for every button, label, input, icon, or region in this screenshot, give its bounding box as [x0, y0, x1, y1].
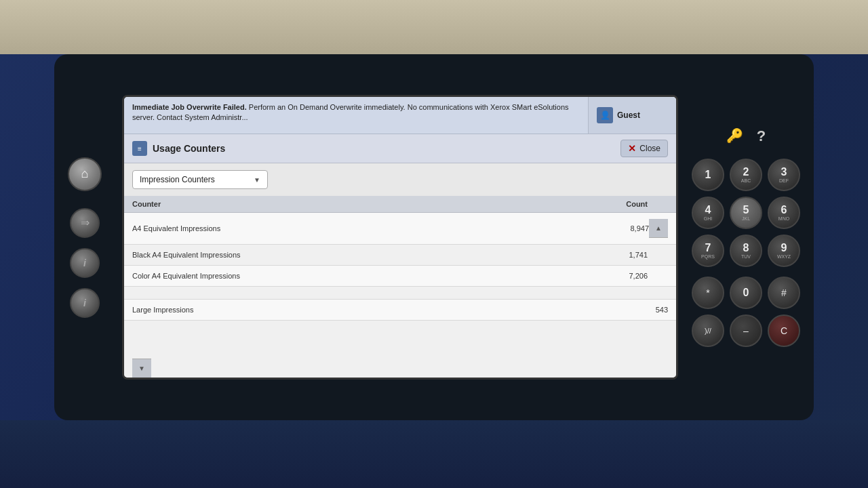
row-count: 8,947 [595, 224, 649, 232]
scroll-down-icon: ▼ [138, 365, 145, 372]
key-clear[interactable]: C [768, 314, 800, 347]
table-rows: A4 Equivalent Impressions 8,947 ▲ Black … [124, 213, 676, 378]
key-hash-symbol: # [781, 287, 787, 298]
scroll-up-button[interactable]: ▲ [649, 219, 668, 238]
usage-header: ≡ Usage Counters ✕ Close [124, 134, 676, 163]
key-1-number: 1 [705, 169, 711, 180]
guest-label: Guest [617, 110, 640, 120]
impression-counters-dropdown[interactable]: Impression Counters ▼ [132, 170, 268, 189]
row-count: 1,741 [593, 251, 648, 259]
key-minus[interactable]: – [730, 314, 762, 347]
key-8-number: 8 [743, 243, 749, 253]
table-header: Counter Count [124, 196, 676, 213]
row-name: Large Impressions [132, 306, 614, 314]
key-8-letters: TUV [741, 254, 751, 259]
key-6[interactable]: 6 MNO [768, 197, 800, 229]
help-icon[interactable]: ? [757, 127, 766, 145]
key-4-number: 4 [705, 205, 711, 216]
scroll-up-icon: ▲ [655, 224, 662, 232]
bottom-keys: * 0 # )// – C [692, 277, 800, 347]
usage-icon-inner: ≡ [138, 145, 142, 152]
key-3-letters: DEF [779, 178, 789, 183]
row-count: 543 [614, 306, 668, 314]
keypad: 1 2 ABC 3 DEF 4 GHI 5 JKL [692, 159, 800, 267]
key-paren-symbol: )// [705, 327, 711, 335]
close-button[interactable]: ✕ Close [620, 140, 668, 157]
row-count: 7,206 [593, 272, 648, 280]
key-4-letters: GHI [704, 216, 712, 221]
table-row: Large Impressions 543 ▼ [124, 300, 676, 321]
usage-title: Usage Counters [153, 143, 225, 154]
key-0[interactable]: 0 [730, 277, 762, 309]
key-7[interactable]: 7 PQRS [692, 235, 724, 267]
table-area: Counter Count A4 Equivalent Impressions … [124, 196, 676, 378]
scroll-down-button[interactable]: ▼ [132, 359, 151, 378]
control-panel: ⌂ ⇒ i i Immediate Job Overwrite Failed. … [54, 54, 814, 420]
top-bezel [0, 0, 868, 54]
key-icon[interactable]: 🔑 [726, 127, 743, 145]
key-6-number: 6 [781, 205, 787, 216]
left-buttons: ⌂ ⇒ i i [68, 157, 102, 318]
table-row [124, 287, 676, 300]
key-2-number: 2 [743, 167, 749, 178]
guest-icon-inner: 👤 [600, 110, 610, 120]
notification-bar: Immediate Job Overwrite Failed. Perform … [124, 97, 676, 134]
row-name: A4 Equivalent Impressions [132, 224, 595, 232]
guest-area: 👤 Guest [588, 97, 676, 134]
table-row: A4 Equivalent Impressions 8,947 ▲ [124, 213, 676, 245]
key-1[interactable]: 1 [692, 159, 724, 191]
dropdown-selected-text: Impression Counters [140, 175, 215, 184]
key-minus-symbol: – [743, 325, 749, 336]
key-3-number: 3 [781, 167, 787, 178]
screen-wrapper: Immediate Job Overwrite Failed. Perform … [122, 95, 678, 380]
guest-icon: 👤 [597, 107, 613, 123]
row-name: Black A4 Equivalent Impressions [132, 251, 593, 259]
key-7-number: 7 [705, 243, 711, 253]
key-5[interactable]: 5 JKL [730, 197, 762, 229]
key-7-letters: PQRS [701, 254, 715, 259]
key-star-symbol: * [706, 287, 709, 298]
key-hash[interactable]: # [768, 277, 800, 309]
key-9[interactable]: 9 WXYZ [768, 235, 800, 267]
home-icon: ⌂ [81, 167, 89, 181]
key-2-letters: ABC [741, 178, 751, 183]
key-paren[interactable]: )// [692, 314, 724, 347]
notification-text: Immediate Job Overwrite Failed. Perform … [124, 97, 588, 134]
key-9-letters: WXYZ [777, 254, 791, 259]
info-icon-2: i [83, 298, 86, 308]
info-icon-1: i [83, 258, 86, 268]
key-3[interactable]: 3 DEF [768, 159, 800, 191]
key-2[interactable]: 2 ABC [730, 159, 762, 191]
right-panel: 🔑 ? 1 2 ABC 3 DEF 4 GHI [692, 127, 800, 347]
screen: Immediate Job Overwrite Failed. Perform … [124, 97, 676, 378]
key-clear-symbol: C [781, 325, 787, 336]
key-9-number: 9 [781, 243, 787, 253]
dropdown-area: Impression Counters ▼ [124, 163, 676, 196]
col-count-header: Count [593, 200, 648, 208]
copy-button[interactable]: ⇒ [70, 208, 100, 238]
usage-icon: ≡ [132, 141, 147, 156]
table-row: Color A4 Equivalent Impressions 7,206 [124, 266, 676, 287]
info-button-1[interactable]: i [70, 248, 100, 278]
col-counter-header: Counter [132, 200, 593, 208]
close-x-icon: ✕ [628, 143, 636, 154]
printer-body: ⌂ ⇒ i i Immediate Job Overwrite Failed. … [0, 0, 868, 488]
table-row: Black A4 Equivalent Impressions 1,741 [124, 245, 676, 266]
key-5-letters: JKL [742, 216, 750, 221]
copy-icon: ⇒ [81, 216, 90, 229]
bottom-strip [0, 420, 868, 488]
row-name: Color A4 Equivalent Impressions [132, 272, 593, 280]
key-star[interactable]: * [692, 277, 724, 309]
key-5-number: 5 [743, 205, 749, 216]
usage-title-area: ≡ Usage Counters [132, 141, 225, 156]
home-button[interactable]: ⌂ [68, 157, 102, 191]
key-0-number: 0 [743, 287, 749, 298]
dropdown-arrow-icon: ▼ [254, 176, 260, 184]
info-button-2[interactable]: i [70, 288, 100, 318]
key-8[interactable]: 8 TUV [730, 235, 762, 267]
key-4[interactable]: 4 GHI [692, 197, 724, 229]
col-scroll-header [648, 200, 668, 208]
top-icons: 🔑 ? [726, 127, 766, 145]
close-label: Close [639, 144, 660, 153]
notification-bold: Immediate Job Overwrite Failed. [132, 103, 247, 111]
